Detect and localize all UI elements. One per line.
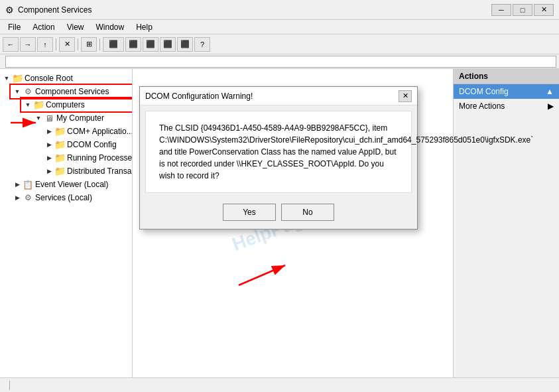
gear-icon-component-services: ⚙ [23, 86, 33, 97]
expand-distributed-trans[interactable]: ▶ [44, 166, 54, 176]
stop-button[interactable]: ✕ [59, 37, 75, 52]
menu-file[interactable]: File [3, 21, 26, 33]
monitor-icon-my-computer: 🖥 [44, 113, 54, 123]
folder-icon-distributed-trans: 📁 [54, 166, 65, 176]
folder-icon-console-root: 📁 [12, 73, 23, 84]
tree-item-computers[interactable]: ▼ 📁 Computers [21, 98, 132, 111]
title-bar: ⚙ Component Services ─ □ ✕ [0, 0, 559, 20]
folder-icon-dcom-config: 📁 [54, 139, 65, 150]
menu-action[interactable]: Action [27, 21, 60, 33]
view2-button[interactable]: ⬛ [143, 37, 158, 52]
actions-section-label: DCOM Config [459, 87, 509, 96]
expand-event-viewer[interactable]: ▶ [12, 179, 23, 190]
maximize-button[interactable]: □ [513, 4, 532, 16]
dcom-warning-dialog: DCOM Configuration Warning! ✕ The CLSID … [139, 86, 418, 229]
tree-label-my-computer: My Computer [56, 113, 104, 123]
export-button[interactable]: ⬛ [103, 37, 124, 52]
actions-panel: Actions DCOM Config ▲ More Actions ▶ [453, 69, 559, 377]
tree-label-distributed-trans: Distributed Transa... [67, 166, 133, 176]
dialog-message: The CLSID {049436D1-A450-4589-A4A9-9BB92… [159, 122, 398, 182]
expand-my-computer[interactable]: ▼ [33, 113, 44, 123]
folder-icon-com-plus: 📁 [54, 126, 65, 137]
tree-label-console-root: Console Root [25, 74, 73, 83]
title-bar-controls: ─ □ ✕ [491, 4, 554, 16]
menu-window[interactable]: Window [91, 21, 130, 33]
minimize-button[interactable]: ─ [491, 4, 511, 16]
close-button[interactable]: ✕ [534, 4, 554, 16]
folder-icon-running-processes: 📁 [54, 153, 65, 163]
up-button[interactable]: ↑ [37, 37, 53, 52]
menu-help[interactable]: Help [131, 21, 158, 33]
icon-services-local: ⚙ [23, 192, 33, 203]
tree-label-computers: Computers [46, 100, 85, 109]
expand-com-plus[interactable]: ▶ [44, 126, 54, 137]
expand-running-processes[interactable]: ▶ [44, 153, 54, 163]
tree-item-running-processes[interactable]: ▶ 📁 Running Processe... [42, 151, 132, 164]
actions-section-chevron: ▲ [546, 87, 554, 96]
help-toolbar-button[interactable]: ? [194, 37, 210, 52]
more-actions-chevron: ▶ [548, 101, 554, 111]
toolbar-sep1 [56, 38, 56, 50]
dialog-close-button[interactable]: ✕ [399, 90, 412, 102]
expand-services-local[interactable]: ▶ [12, 192, 23, 203]
tree-panel: ▼ 📁 Console Root ▼ ⚙ Component Services … [0, 69, 133, 377]
status-bar [0, 377, 559, 392]
window-title: Component Services [18, 5, 92, 15]
view3-button[interactable]: ⬛ [160, 37, 176, 52]
dialog-title: DCOM Configuration Warning! [145, 92, 253, 101]
menu-view[interactable]: View [62, 21, 90, 33]
back-button[interactable]: ← [3, 37, 19, 52]
tree-label-com-plus: COM+ Applicatio... [67, 127, 133, 136]
view4-button[interactable]: ⬛ [177, 37, 193, 52]
tree-item-component-services[interactable]: ▼ ⚙ Component Services [11, 85, 132, 98]
tree-item-console-root[interactable]: ▼ 📁 Console Root [0, 72, 132, 85]
title-bar-left: ⚙ Component Services [5, 5, 92, 15]
view1-button[interactable]: ⬛ [125, 37, 141, 52]
tree-label-running-processes: Running Processe... [67, 153, 133, 163]
tree-item-my-computer[interactable]: ▼ 🖥 My Computer [32, 111, 132, 125]
tree-item-event-viewer[interactable]: ▶ 📋 Event Viewer (Local) [11, 178, 132, 191]
app-icon: ⚙ [5, 5, 14, 15]
actions-section-dcom[interactable]: DCOM Config ▲ [454, 84, 559, 99]
tree-label-dcom-config: DCOM Config [67, 140, 117, 149]
tree-label-component-services: Component Services [35, 87, 109, 96]
new-window-button[interactable]: ⊞ [81, 37, 97, 52]
icon-event-viewer: 📋 [23, 179, 33, 190]
tree-item-com-plus[interactable]: ▶ 📁 COM+ Applicatio... [42, 125, 132, 138]
tree-item-dcom-config[interactable]: ▶ 📁 DCOM Config [42, 138, 132, 151]
expand-console-root[interactable]: ▼ [1, 73, 12, 84]
toolbar-sep3 [99, 38, 100, 50]
actions-header: Actions [454, 69, 559, 84]
expand-component-services[interactable]: ▼ [12, 86, 23, 97]
folder-icon-computers: 📁 [33, 99, 44, 110]
tree-label-services-local: Services (Local) [35, 193, 92, 202]
dialog-yes-button[interactable]: Yes [223, 204, 276, 221]
expand-dcom-config[interactable]: ▶ [44, 139, 54, 150]
dialog-no-button[interactable]: No [281, 204, 334, 221]
menu-bar: File Action View Window Help [0, 20, 559, 34]
address-bar [0, 54, 559, 69]
tree-label-event-viewer: Event Viewer (Local) [35, 180, 109, 189]
dialog-buttons: Yes No [140, 198, 417, 229]
expand-computers[interactable]: ▼ [23, 99, 33, 110]
toolbar: ← → ↑ ✕ ⊞ ⬛ ⬛ ⬛ ⬛ ⬛ ? [0, 34, 559, 54]
toolbar-sep2 [78, 38, 78, 50]
dialog-title-bar: DCOM Configuration Warning! ✕ [140, 87, 417, 105]
forward-button[interactable]: → [20, 37, 36, 52]
tree-item-distributed-trans[interactable]: ▶ 📁 Distributed Transa... [42, 164, 132, 178]
status-separator [9, 381, 10, 390]
tree-item-services-local[interactable]: ▶ ⚙ Services (Local) [11, 191, 132, 204]
address-input[interactable] [5, 56, 556, 68]
actions-more-actions[interactable]: More Actions ▶ [454, 99, 559, 113]
more-actions-label: More Actions [459, 101, 505, 111]
dialog-content: The CLSID {049436D1-A450-4589-A4A9-9BB92… [145, 111, 412, 193]
